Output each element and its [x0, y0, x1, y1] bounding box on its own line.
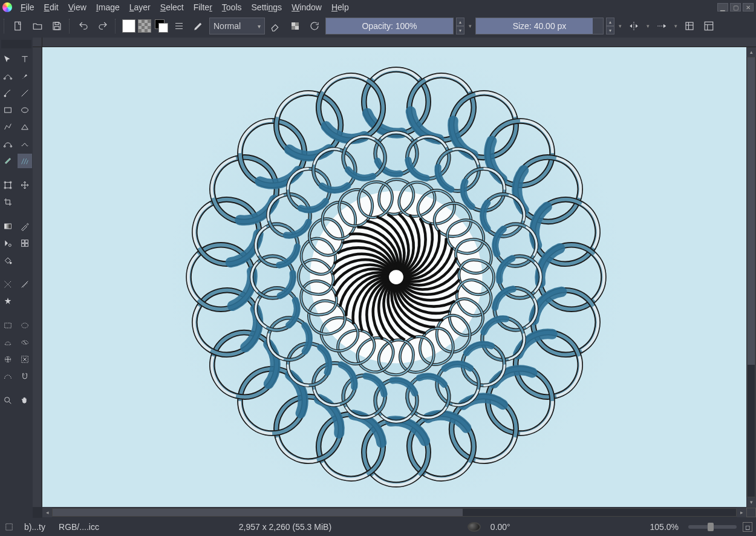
scroll-up-arrow-icon[interactable]: ▴: [746, 47, 756, 57]
menu-window[interactable]: Window: [287, 1, 327, 14]
tool-zoom[interactable]: [1, 393, 15, 408]
color-profile-status[interactable]: RGB/....icc: [55, 521, 103, 533]
selection-mask-icon[interactable]: [4, 521, 15, 532]
tool-multibrush[interactable]: [18, 154, 32, 168]
mirror-v-button[interactable]: [653, 18, 670, 34]
tool-path-edit[interactable]: [1, 69, 15, 83]
horizontal-ruler[interactable]: [42, 38, 756, 47]
window-close-button[interactable]: ✕: [743, 3, 754, 11]
tool-color-picker[interactable]: [18, 219, 32, 234]
save-doc-button[interactable]: [48, 18, 65, 34]
size-spinner[interactable]: ▴▾: [606, 18, 614, 34]
tool-contiguous-select[interactable]: [18, 335, 32, 350]
ruler-origin-corner[interactable]: [33, 38, 42, 47]
blend-mode-select[interactable]: Normal ▾: [209, 18, 265, 34]
window-minimize-button[interactable]: ▁: [717, 3, 728, 11]
eraser-toggle-button[interactable]: [267, 18, 284, 34]
tool-outline-select[interactable]: [1, 335, 15, 350]
tool-ellipse-select[interactable]: [18, 318, 32, 333]
tool-smart-select[interactable]: [18, 352, 32, 367]
reload-preset-button[interactable]: [306, 18, 323, 34]
tool-bezier-select[interactable]: [1, 369, 15, 384]
menu-view[interactable]: View: [64, 1, 91, 14]
tool-measure[interactable]: [18, 277, 32, 292]
tool-pan[interactable]: [18, 393, 32, 408]
tool-assistant[interactable]: [1, 277, 15, 292]
scroll-left-arrow-icon[interactable]: ◂: [42, 508, 52, 517]
tool-pattern-edit[interactable]: [18, 236, 32, 250]
menu-layer[interactable]: Layer: [125, 1, 155, 14]
tool-rect[interactable]: [1, 103, 15, 117]
zoom-status[interactable]: 105.0%: [647, 521, 682, 533]
toolbox-panel: [0, 38, 33, 518]
brush-size-slider[interactable]: Size: 40.00 px: [475, 18, 604, 34]
scroll-down-arrow-icon[interactable]: ▾: [746, 497, 756, 507]
menu-select[interactable]: Select: [155, 1, 189, 14]
tool-polygon[interactable]: [18, 120, 32, 134]
opacity-spinner[interactable]: ▴▾: [456, 18, 464, 34]
rotation-dial[interactable]: [468, 522, 481, 532]
undo-button[interactable]: [75, 18, 92, 34]
menu-edit[interactable]: Edit: [39, 1, 64, 14]
menu-file[interactable]: File: [16, 1, 39, 14]
zoom-fit-button[interactable]: ◻: [743, 522, 752, 532]
rotation-status[interactable]: 0.00°: [487, 521, 514, 533]
vertical-scrollbar[interactable]: ▴ ▾: [746, 47, 756, 507]
tool-brush[interactable]: [1, 86, 15, 100]
horizontal-scrollbar[interactable]: ◂ ▸: [42, 507, 756, 518]
tool-freehand-path[interactable]: [18, 137, 32, 151]
svg-point-10: [4, 95, 6, 97]
brush-presets-button[interactable]: [171, 18, 187, 34]
tool-dynamic-brush[interactable]: [1, 154, 15, 168]
tool-ellipse[interactable]: [18, 103, 32, 117]
tool-smart-fill[interactable]: [1, 236, 15, 250]
wrap-around-button[interactable]: [681, 18, 698, 34]
tool-fill[interactable]: [1, 253, 15, 267]
menu-help[interactable]: Help: [327, 1, 354, 14]
opacity-slider[interactable]: Opacity: 100%: [325, 18, 454, 34]
svg-point-12: [22, 108, 28, 113]
tool-gradient[interactable]: [1, 219, 15, 234]
mirror-h-menu[interactable]: ▾: [645, 23, 651, 29]
tool-transform[interactable]: [1, 178, 15, 192]
workspace-chooser-button[interactable]: [700, 18, 717, 34]
redo-button[interactable]: [94, 18, 111, 34]
background-pattern-swatch[interactable]: [138, 19, 151, 33]
svg-point-21: [8, 244, 11, 246]
alpha-lock-button[interactable]: [287, 18, 304, 34]
tool-move[interactable]: [1, 52, 15, 67]
canvas-navigator-button[interactable]: [746, 508, 756, 517]
menu-tools[interactable]: Tools: [217, 1, 247, 14]
svg-rect-23: [25, 240, 28, 243]
open-doc-button[interactable]: [29, 18, 46, 34]
tool-text[interactable]: [18, 52, 32, 67]
canvas[interactable]: [42, 47, 750, 507]
mirror-h-button[interactable]: [625, 18, 642, 34]
foreground-color-swatch[interactable]: [122, 19, 135, 33]
zoom-slider[interactable]: [688, 525, 737, 529]
tool-bezier[interactable]: [1, 137, 15, 151]
menu-image[interactable]: Image: [91, 1, 125, 14]
tool-crop[interactable]: [1, 195, 15, 209]
tool-line[interactable]: [18, 86, 32, 100]
mirror-v-menu[interactable]: ▾: [673, 23, 679, 29]
size-menu-button[interactable]: ▾: [617, 23, 623, 29]
toolbox-tab-handle[interactable]: [1, 40, 31, 48]
brush-editor-button[interactable]: [190, 18, 207, 34]
tool-polyline[interactable]: [1, 120, 15, 134]
new-doc-button[interactable]: [10, 18, 27, 34]
svg-rect-15: [5, 182, 10, 188]
tool-reference[interactable]: [1, 294, 15, 309]
tool-calligraphy[interactable]: [18, 69, 32, 83]
vertical-ruler[interactable]: [33, 47, 42, 507]
window-maximize-button[interactable]: ▢: [730, 3, 741, 11]
tool-rect-select[interactable]: [1, 318, 15, 333]
opacity-menu-button[interactable]: ▾: [467, 23, 473, 29]
fg-bg-swap-swatch[interactable]: [155, 19, 168, 33]
menu-settings[interactable]: Settings: [247, 1, 287, 14]
menu-filter[interactable]: Filter: [189, 1, 217, 14]
tool-similar-select[interactable]: [1, 352, 15, 367]
tool-move-layer[interactable]: [18, 178, 32, 192]
tool-magnetic-select[interactable]: [18, 369, 32, 384]
scroll-right-arrow-icon[interactable]: ▸: [737, 508, 746, 517]
